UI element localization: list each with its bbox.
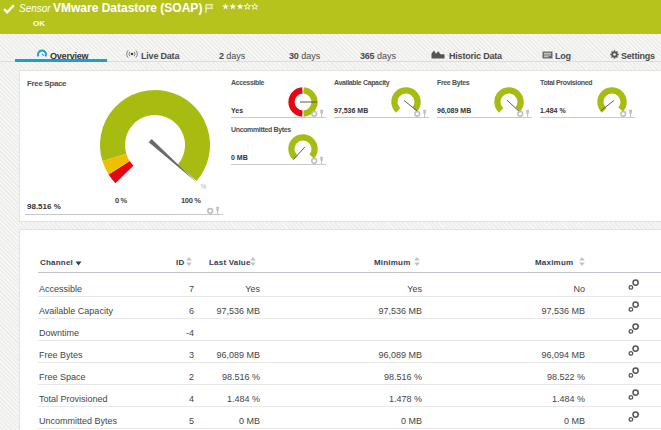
svg-text:%: % — [201, 183, 207, 190]
